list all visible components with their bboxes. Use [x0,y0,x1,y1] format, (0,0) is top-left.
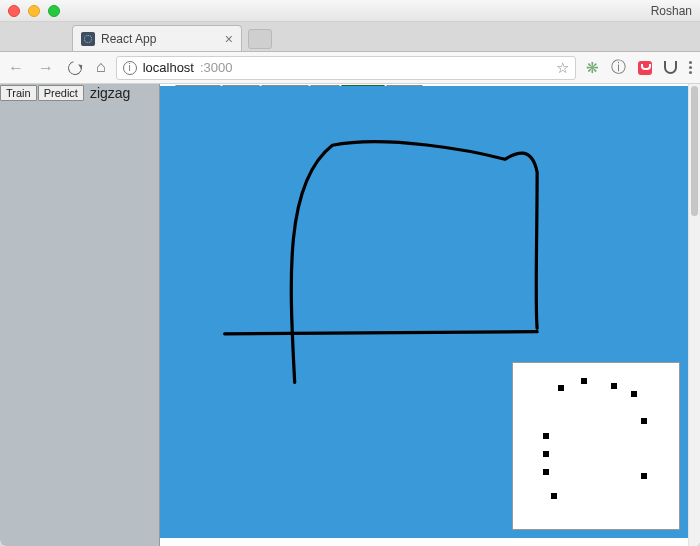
site-info-icon[interactable]: i [123,61,137,75]
url-host: localhost [143,60,194,75]
extension-icons: ❋ ⓘ [586,58,692,77]
info-extension-icon[interactable]: ⓘ [611,58,626,77]
chrome-menu-button[interactable] [689,61,692,74]
traffic-lights [8,5,60,17]
pocket2-icon[interactable] [664,61,677,74]
evernote-icon[interactable]: ❋ [586,59,599,77]
tab-react-app[interactable]: React App × [72,25,242,51]
browser-toolbar: ← → ⌂ i localhost:3000 ☆ ❋ ⓘ [0,52,700,84]
scrollbar-thumb[interactable] [691,86,698,216]
reload-button[interactable] [65,58,84,77]
address-bar[interactable]: i localhost:3000 ☆ [116,56,576,80]
tab-strip: React App × [0,22,700,52]
back-button[interactable]: ← [8,60,24,76]
fullscreen-window-button[interactable] [48,5,60,17]
page-scrollbar[interactable] [688,84,700,546]
close-tab-icon[interactable]: × [225,31,233,47]
prediction-result: zigzag [87,85,133,101]
tab-title: React App [101,32,156,46]
browser-window: Roshan React App × ← → ⌂ i localhost:300… [0,0,700,546]
drawing-canvas[interactable] [160,86,688,538]
bookmark-star-icon[interactable]: ☆ [556,59,569,77]
close-window-button[interactable] [8,5,20,17]
new-tab-button[interactable] [248,29,272,49]
pocket-icon[interactable] [638,61,652,75]
sidebar [0,84,160,546]
predict-button[interactable]: Predict [38,85,84,101]
forward-button[interactable]: → [38,60,54,76]
window-titlebar: Roshan [0,0,700,22]
profile-name: Roshan [651,4,692,18]
page-content: Train Predict zigzag squarecircletriangl… [0,84,700,546]
home-button[interactable]: ⌂ [96,58,106,76]
minimize-window-button[interactable] [28,5,40,17]
thumbnail-preview [512,362,680,530]
url-path: :3000 [200,60,233,75]
train-button[interactable]: Train [0,85,37,101]
react-favicon-icon [81,32,95,46]
nav-buttons: ← → ⌂ [8,59,106,77]
